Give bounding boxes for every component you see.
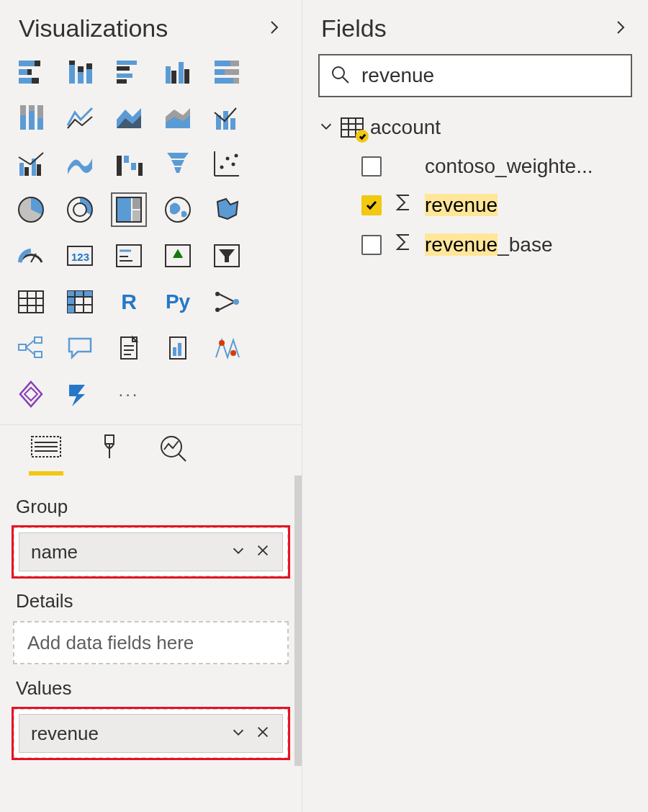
details-well[interactable]: Add data fields here xyxy=(13,621,289,664)
viz-multirow-card-icon[interactable] xyxy=(111,238,147,273)
svg-rect-23 xyxy=(225,69,239,75)
svg-rect-94 xyxy=(19,344,26,350)
svg-line-98 xyxy=(26,347,35,354)
viz-clustered-bar-icon[interactable] xyxy=(111,54,147,89)
viz-ribbon-chart-icon[interactable] xyxy=(62,146,98,181)
svg-rect-5 xyxy=(32,78,39,84)
viz-gauge-icon[interactable] xyxy=(13,238,49,273)
svg-rect-22 xyxy=(215,69,225,75)
svg-marker-108 xyxy=(69,385,85,406)
svg-rect-39 xyxy=(19,163,24,176)
values-field-name: revenue xyxy=(31,723,226,745)
viz-qna-icon[interactable] xyxy=(62,331,98,365)
field-item[interactable]: revenue_base xyxy=(318,225,632,264)
group-field-pill[interactable]: name xyxy=(19,532,283,571)
collapse-fields-pane-button[interactable] xyxy=(612,19,629,39)
viz-waterfall-icon[interactable] xyxy=(111,146,147,181)
fields-tab[interactable] xyxy=(29,431,63,476)
analytics-tab[interactable] xyxy=(156,431,190,476)
svg-rect-59 xyxy=(117,197,131,222)
viz-key-influencers-icon[interactable] xyxy=(209,285,245,319)
fields-search-input[interactable] xyxy=(360,63,621,88)
field-name: revenue_base xyxy=(425,233,552,256)
viz-funnel-icon[interactable] xyxy=(160,146,196,181)
table-header-account[interactable]: account xyxy=(318,116,632,139)
table-icon xyxy=(340,117,364,138)
svg-rect-43 xyxy=(117,156,122,176)
collapse-viz-pane-button[interactable] xyxy=(266,19,283,39)
viz-powerapps-icon[interactable] xyxy=(13,377,49,411)
viz-power-automate-icon[interactable] xyxy=(62,377,98,411)
viz-table-icon[interactable] xyxy=(13,285,49,319)
svg-point-104 xyxy=(219,340,225,346)
chevron-down-icon[interactable] xyxy=(226,723,251,745)
group-well[interactable]: name xyxy=(13,527,289,577)
svg-rect-84 xyxy=(68,291,75,313)
viz-pie-icon[interactable] xyxy=(13,192,49,227)
viz-line-chart-icon[interactable] xyxy=(62,100,98,135)
viz-area-chart-icon[interactable] xyxy=(111,100,147,135)
svg-rect-3 xyxy=(27,69,32,75)
viz-stacked-bar-icon[interactable] xyxy=(13,54,49,89)
viz-filled-map-icon[interactable] xyxy=(209,192,245,227)
viz-narrative-icon[interactable] xyxy=(111,331,147,365)
viz-slicer-icon[interactable] xyxy=(209,238,245,273)
viz-arcgis-icon[interactable] xyxy=(209,331,245,365)
format-tab[interactable] xyxy=(92,431,127,476)
svg-rect-24 xyxy=(215,78,233,84)
viz-card-icon[interactable]: 123 xyxy=(62,238,98,273)
svg-line-93 xyxy=(219,303,233,310)
viz-treemap-icon[interactable] xyxy=(111,192,147,227)
svg-rect-18 xyxy=(179,62,184,84)
viz-stacked-area-icon[interactable] xyxy=(160,100,196,135)
svg-rect-12 xyxy=(117,61,137,65)
wells-scrollbar[interactable] xyxy=(294,476,302,766)
viz-map-icon[interactable] xyxy=(160,192,196,227)
viz-more-button[interactable]: ··· xyxy=(111,377,147,411)
field-item[interactable]: revenue xyxy=(318,185,632,225)
viz-scatter-icon[interactable] xyxy=(209,146,245,181)
values-well[interactable]: revenue xyxy=(13,708,289,759)
values-field-pill[interactable]: revenue xyxy=(19,714,283,753)
viz-100-stacked-column-icon[interactable] xyxy=(13,100,49,135)
remove-field-icon[interactable] xyxy=(251,541,275,563)
viz-stacked-column-icon[interactable] xyxy=(62,54,98,89)
check-badge-icon xyxy=(356,130,369,143)
field-checkbox[interactable] xyxy=(361,195,382,215)
svg-marker-48 xyxy=(171,160,184,166)
svg-rect-29 xyxy=(29,111,35,130)
viz-line-stacked-column-icon[interactable] xyxy=(209,100,245,135)
svg-rect-38 xyxy=(230,118,235,130)
chevron-down-icon[interactable] xyxy=(226,541,251,563)
svg-rect-77 xyxy=(19,291,43,313)
svg-marker-47 xyxy=(167,153,189,159)
fields-search-box[interactable] xyxy=(318,54,632,97)
field-wells: Group name Details Add data fields here … xyxy=(0,476,302,766)
viz-r-script-icon[interactable]: R xyxy=(111,285,147,319)
svg-point-121 xyxy=(333,67,344,79)
svg-rect-10 xyxy=(86,69,92,84)
field-checkbox[interactable] xyxy=(361,156,382,177)
svg-rect-27 xyxy=(20,115,26,130)
field-checkbox[interactable] xyxy=(361,235,382,255)
svg-rect-96 xyxy=(35,352,42,357)
svg-rect-8 xyxy=(78,72,84,84)
svg-rect-102 xyxy=(173,347,176,356)
viz-decomposition-tree-icon[interactable] xyxy=(13,331,49,365)
viz-paginated-report-icon[interactable] xyxy=(160,331,196,365)
viz-donut-icon[interactable] xyxy=(62,192,98,227)
viz-matrix-icon[interactable] xyxy=(62,285,98,319)
viz-tabs xyxy=(0,424,302,476)
svg-rect-31 xyxy=(37,118,43,130)
field-item[interactable]: contoso_weighte... xyxy=(318,148,632,185)
viz-py-script-icon[interactable]: Py xyxy=(160,285,196,319)
svg-line-122 xyxy=(343,77,348,83)
group-field-name: name xyxy=(31,541,226,563)
svg-marker-49 xyxy=(174,167,181,173)
remove-field-icon[interactable] xyxy=(251,723,275,745)
viz-100-stacked-bar-icon[interactable] xyxy=(209,54,245,89)
svg-marker-74 xyxy=(174,249,182,256)
viz-kpi-icon[interactable] xyxy=(160,238,196,273)
viz-clustered-column-icon[interactable] xyxy=(160,54,196,89)
viz-line-clustered-column-icon[interactable] xyxy=(13,146,49,181)
